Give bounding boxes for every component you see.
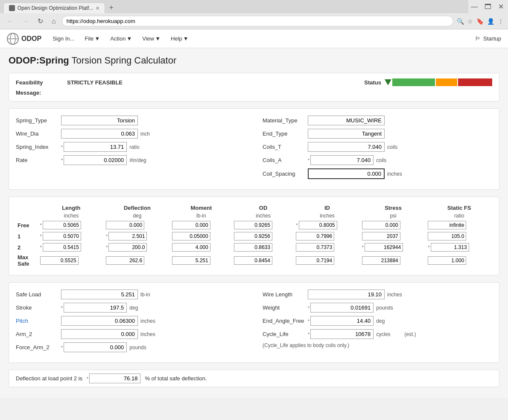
coils-t-input[interactable] (308, 142, 385, 152)
pitch-input[interactable] (61, 316, 138, 326)
end-angle-free-unit: deg (376, 318, 402, 324)
wire-dia-input[interactable] (61, 129, 138, 139)
free-stress-input[interactable] (362, 221, 400, 229)
material-type-row: Material_Type (263, 116, 492, 125)
row2-label: 2 (16, 242, 38, 253)
coils-t-row: Coils_T coils (263, 142, 492, 152)
footer-input[interactable] (89, 374, 140, 383)
address-input[interactable] (62, 16, 453, 26)
force-arm2-input[interactable] (64, 342, 127, 352)
safe-load-input[interactable] (61, 290, 138, 299)
col-sub-stress: psi (360, 212, 426, 220)
browser-tab[interactable]: Open Design Optimization Platf... × (3, 3, 105, 13)
row1-length-input[interactable] (43, 232, 81, 240)
arm2-input[interactable] (61, 329, 138, 339)
free-od-input[interactable] (234, 221, 272, 229)
end-angle-free-input[interactable] (310, 316, 374, 326)
weight-input[interactable] (310, 303, 374, 313)
cycle-life-input[interactable] (310, 329, 374, 339)
rate-input[interactable] (64, 155, 127, 165)
cycle-life-row: Cycle_Life * cycles (est.) (263, 329, 492, 339)
maxsafe-static-fs-input[interactable] (428, 256, 466, 265)
wire-length-row: Wire Length inches (263, 290, 492, 299)
stroke-input[interactable] (64, 303, 127, 313)
flag-icon: 🏳 (475, 35, 481, 42)
material-type-input[interactable] (308, 116, 385, 125)
minimize-button[interactable]: — (468, 3, 480, 11)
coil-spacing-input[interactable] (308, 168, 385, 179)
row1-deflection-input[interactable] (108, 232, 147, 240)
free-deflection-input[interactable] (106, 221, 144, 229)
coils-a-asterisk: * (308, 158, 309, 163)
row1-od-input[interactable] (234, 232, 272, 240)
coils-a-unit: coils (376, 157, 402, 163)
wire-length-input[interactable] (308, 290, 385, 299)
logo-svg (7, 33, 19, 45)
row2-od-input[interactable] (234, 243, 272, 252)
row2-deflection-input[interactable] (108, 243, 147, 252)
view-chevron-icon: ▼ (155, 35, 161, 42)
row1-static-fs-input[interactable] (428, 232, 466, 240)
row1-id-input[interactable] (296, 232, 334, 240)
spring-index-input[interactable] (64, 142, 127, 152)
new-tab-button[interactable]: + (107, 3, 117, 12)
home-button[interactable]: ⌂ (49, 17, 58, 26)
maxsafe-label: MaxSafe (16, 253, 38, 268)
action-menu[interactable]: Action ▼ (106, 33, 136, 44)
coils-a-input[interactable] (310, 155, 374, 165)
maximize-button[interactable]: 🗖 (482, 3, 494, 11)
row2-static-fs-input[interactable] (431, 243, 469, 252)
view-menu[interactable]: View ▼ (138, 33, 165, 44)
maxsafe-deflection-input[interactable] (106, 256, 144, 265)
star-icon: ☆ (467, 18, 473, 25)
file-menu[interactable]: File ▼ (80, 33, 104, 44)
col-header-id: ID (294, 204, 360, 212)
spring-type-input[interactable] (61, 116, 138, 125)
wire-length-unit: inches (387, 292, 413, 298)
coil-spacing-unit: inches (387, 171, 413, 177)
startup-button[interactable]: 🏳 Startup (475, 35, 501, 42)
footer-unit: % of total safe deflection. (145, 375, 207, 382)
forward-button[interactable]: → (20, 17, 32, 26)
cycle-life-unit: cycles (376, 331, 402, 337)
rate-row: Rate * #in/deg (16, 155, 245, 165)
row2-id-input[interactable] (296, 243, 334, 252)
end-type-input[interactable] (308, 129, 385, 139)
maxsafe-stress-input[interactable] (362, 256, 400, 265)
help-menu[interactable]: Help ▼ (166, 33, 193, 44)
spring-type-row: Spring_Type (16, 116, 245, 125)
rate-label: Rate (16, 157, 58, 163)
row1-label: 1 (16, 231, 38, 242)
wire-length-label: Wire Length (263, 291, 305, 298)
close-window-button[interactable]: ✕ (496, 3, 506, 11)
col-sub-deflection: deg (104, 212, 170, 220)
maxsafe-moment-input[interactable] (172, 256, 210, 265)
maxsafe-id-input[interactable] (296, 256, 334, 265)
free-static-fs-input[interactable] (428, 221, 466, 229)
free-length-input[interactable] (43, 221, 81, 229)
row2-moment-input[interactable] (172, 243, 210, 252)
signin-link[interactable]: Sign In... (48, 33, 79, 44)
col-header-moment: Moment (170, 204, 232, 212)
row1-stress-input[interactable] (362, 232, 400, 240)
footer-bar: Deflection at load point 2 is * % of tot… (9, 370, 499, 387)
row2-stress-input[interactable] (365, 243, 403, 252)
logo-text: ODOP (21, 35, 41, 43)
maxsafe-od-input[interactable] (234, 256, 272, 265)
pitch-row: Pitch inches (16, 316, 245, 326)
stroke-asterisk: * (61, 305, 63, 310)
cycle-life-label: Cycle_Life (263, 331, 305, 337)
safe-load-label: Safe Load (16, 291, 58, 298)
reload-button[interactable]: ↻ (35, 16, 46, 26)
free-id-input[interactable] (299, 221, 337, 229)
row1-moment-input[interactable] (172, 232, 210, 240)
row2-length-input[interactable] (43, 243, 81, 252)
col-header-deflection: Deflection (104, 204, 170, 212)
col-sub-id: inches (294, 212, 360, 220)
maxsafe-length-input[interactable] (40, 256, 79, 265)
back-button[interactable]: ← (4, 17, 16, 26)
col-header-length: Length (38, 204, 105, 212)
tab-close-button[interactable]: × (96, 5, 99, 12)
status-orange-bar (436, 78, 457, 86)
free-moment-input[interactable] (172, 221, 210, 229)
